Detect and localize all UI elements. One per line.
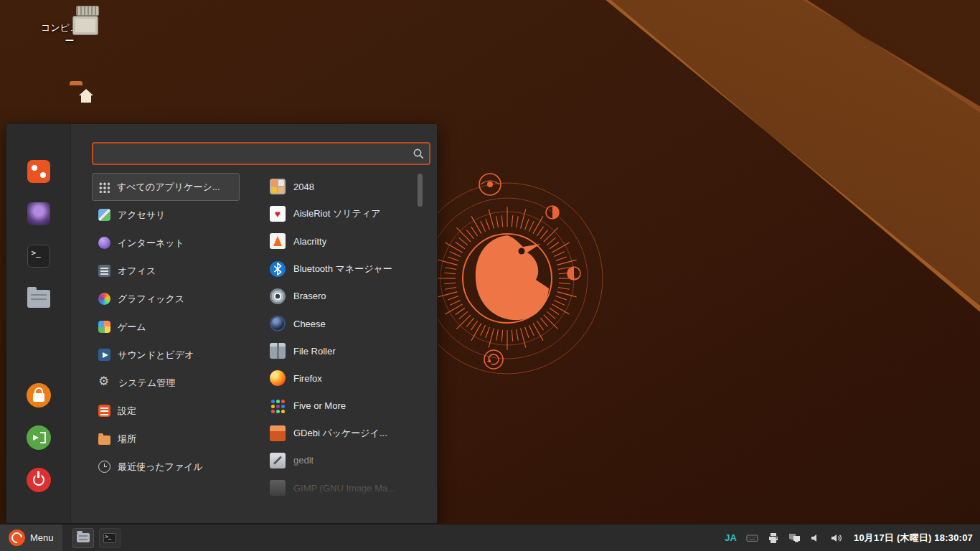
category-label: すべてのアプリケーシ...: [117, 181, 220, 194]
app-item-gimp[interactable]: GIMP (GNU Image Ma...: [265, 474, 430, 501]
category-label: 最近使ったファイル: [118, 461, 203, 474]
category-label: ゲーム: [118, 321, 146, 334]
window-list: [72, 524, 121, 551]
app-item-cheese[interactable]: Cheese: [265, 310, 430, 337]
recent-files-clock-icon: [98, 461, 110, 473]
search-input[interactable]: [92, 142, 430, 165]
app-item-file-roller[interactable]: File Roller: [265, 337, 430, 364]
category-label: システム管理: [118, 377, 175, 390]
app-item-aisleriot[interactable]: AisleRiot ソリティア: [265, 200, 430, 227]
app-item-gedit[interactable]: gedit: [265, 447, 430, 474]
app-item-brasero[interactable]: Brasero: [265, 283, 430, 310]
five-or-more-icon: [270, 398, 286, 414]
app-item-gdebi[interactable]: GDebi パッケージイ...: [265, 420, 430, 447]
favorites-apps-icon[interactable]: [27, 160, 50, 183]
games-icon: [98, 321, 110, 333]
app-item-firefox[interactable]: Firefox: [265, 364, 430, 392]
input-method-indicator[interactable]: JA: [725, 532, 737, 543]
network-icon[interactable]: [788, 532, 801, 543]
file-manager-icon: [77, 533, 90, 542]
application-list: 2048 AisleRiot ソリティア Alacritty: [265, 173, 430, 501]
house-roof: [79, 89, 93, 95]
category-list: すべてのアプリケーシ... アクセサリ インターネット オフィス グラフィックス: [92, 173, 240, 517]
applications-menu: すべてのアプリケーシ... アクセサリ インターネット オフィス グラフィックス: [6, 123, 438, 524]
user-avatar-icon[interactable]: [27, 202, 50, 225]
menu-sidebar: [6, 124, 71, 523]
category-label: サウンドとビデオ: [118, 349, 194, 362]
category-internet[interactable]: インターネット: [92, 229, 240, 257]
file-roller-archive-icon: [270, 343, 286, 359]
app-label: AisleRiot ソリティア: [293, 207, 380, 220]
category-label: 設定: [118, 405, 136, 418]
printer-icon[interactable]: [768, 532, 779, 544]
graphics-icon: [98, 293, 110, 305]
sound-video-icon: [98, 349, 110, 361]
app-item-alacritty[interactable]: Alacritty: [265, 227, 430, 255]
menu-button-label: Menu: [30, 532, 54, 543]
2048-icon: [270, 179, 286, 194]
all-applications-grid-icon: [98, 182, 110, 193]
volume-icon[interactable]: [810, 532, 821, 544]
category-system-admin[interactable]: システム管理: [92, 369, 240, 397]
internet-globe-icon: [98, 237, 110, 249]
window-button-file-manager[interactable]: [72, 528, 94, 548]
keyboard-layout-icon[interactable]: [746, 532, 758, 544]
search-icon: [413, 148, 425, 160]
category-recent-files[interactable]: 最近使ったファイル: [92, 453, 240, 481]
category-places[interactable]: 場所: [92, 425, 240, 453]
house-body: [81, 95, 91, 103]
office-icon: [98, 265, 110, 277]
category-label: インターネット: [118, 237, 184, 250]
category-label: オフィス: [118, 265, 156, 278]
app-label: Cheese: [293, 319, 326, 329]
alacritty-icon: [270, 233, 286, 249]
firefox-icon: [270, 370, 286, 386]
app-item-bluetooth[interactable]: Bluetooth マネージャー: [265, 255, 430, 283]
clock[interactable]: 10月17日 (木曜日) 18:30:07: [854, 532, 973, 545]
app-label: Firefox: [293, 373, 322, 384]
app-label: gedit: [293, 455, 314, 466]
category-accessories[interactable]: アクセサリ: [92, 201, 240, 229]
category-sound-video[interactable]: サウンドとビデオ: [92, 341, 240, 369]
category-office[interactable]: オフィス: [92, 257, 240, 285]
bluetooth-icon: [270, 261, 286, 277]
gimp-icon: [270, 480, 286, 496]
window-button-terminal[interactable]: [99, 528, 121, 548]
app-label: 2048: [293, 182, 314, 192]
app-label: Alacritty: [293, 236, 326, 247]
app-item-2048[interactable]: 2048: [265, 173, 430, 200]
category-all-applications[interactable]: すべてのアプリケーシ...: [92, 173, 240, 201]
settings-icon: [98, 405, 110, 417]
desktop-icon-computer[interactable]: コンピューター: [39, 16, 100, 47]
lock-screen-icon[interactable]: [27, 383, 51, 408]
menu-button[interactable]: Menu: [0, 524, 62, 551]
system-tray: JA 10月17日 (木曜日) 18:30:07: [725, 532, 980, 545]
volume-level-icon[interactable]: [831, 532, 843, 544]
shutdown-icon[interactable]: [27, 468, 51, 492]
ubuntu-mascot-emblem: [413, 171, 606, 386]
category-settings[interactable]: 設定: [92, 397, 240, 425]
logout-icon[interactable]: [27, 425, 51, 450]
category-label: アクセサリ: [118, 209, 166, 222]
app-label: Brasero: [293, 291, 326, 301]
brasero-disc-icon: [270, 288, 286, 304]
aisleriot-card-icon: [270, 206, 286, 222]
accessories-icon: [98, 209, 110, 221]
file-manager-icon[interactable]: [27, 287, 50, 310]
terminal-icon: [103, 533, 116, 543]
category-games[interactable]: ゲーム: [92, 313, 240, 341]
application-list-pane: 2048 AisleRiot ソリティア Alacritty: [265, 173, 430, 517]
cheese-webcam-icon: [270, 316, 286, 331]
app-label: Five or More: [293, 400, 346, 411]
app-label: File Roller: [293, 346, 336, 357]
distro-logo-icon: [9, 529, 25, 546]
terminal-icon[interactable]: [27, 245, 50, 268]
gdebi-package-icon: [270, 425, 286, 441]
scrollbar-thumb[interactable]: [418, 174, 423, 207]
category-graphics[interactable]: グラフィックス: [92, 285, 240, 313]
taskbar-panel: Menu JA 10月: [0, 524, 980, 551]
mascot-bird-shape: [476, 235, 549, 320]
app-item-five-or-more[interactable]: Five or More: [265, 392, 430, 420]
system-admin-gear-icon: [98, 377, 111, 390]
app-label: GDebi パッケージイ...: [293, 427, 387, 440]
